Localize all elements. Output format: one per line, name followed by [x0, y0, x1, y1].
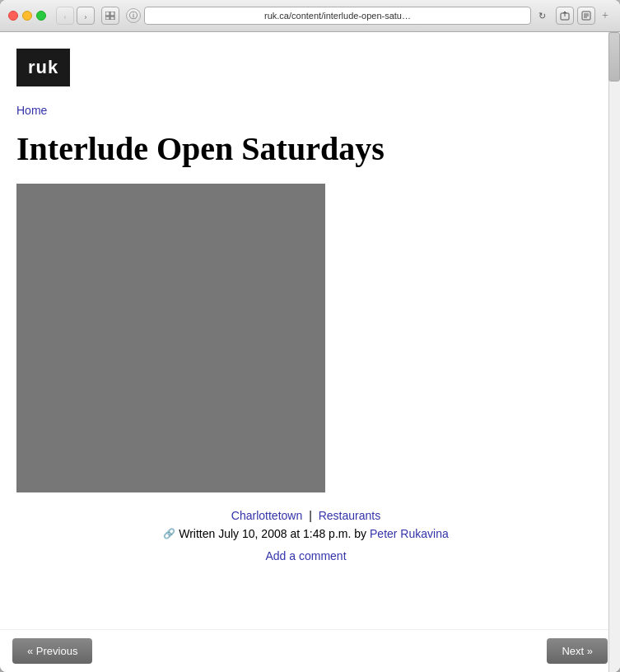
info-button[interactable]: ⓘ — [126, 8, 141, 23]
svg-rect-3 — [110, 16, 114, 20]
address-bar-container: ⓘ ruk.ca/content/interlude-open-satu… ↻ — [126, 7, 549, 25]
nav-buttons: ‹ › — [56, 7, 95, 25]
page-title: Interlude Open Saturdays — [16, 131, 595, 167]
add-comment-link[interactable]: Add a comment — [265, 549, 346, 562]
nav-footer: « Previous Next » — [0, 629, 620, 672]
new-tab-button[interactable]: + — [599, 7, 612, 25]
scrollbar-track[interactable] — [608, 32, 620, 672]
site-logo[interactable]: ruk — [16, 49, 595, 103]
toolbar-right: + — [556, 7, 612, 25]
share-button[interactable] — [556, 7, 574, 25]
post-image — [16, 184, 325, 492]
close-button[interactable] — [8, 11, 18, 21]
scrollbar-thumb[interactable] — [608, 32, 620, 82]
permalink-icon: 🔗 — [163, 528, 175, 539]
post-written: 🔗 Written July 10, 2008 at 1:48 p.m. by … — [16, 527, 595, 540]
page-content: ruk Home Interlude Open Saturdays Charlo… — [0, 32, 620, 672]
reload-button[interactable]: ↻ — [534, 8, 549, 23]
svg-rect-1 — [110, 12, 114, 16]
maximize-button[interactable] — [36, 11, 46, 21]
home-link[interactable]: Home — [16, 104, 47, 117]
reader-button[interactable] — [577, 7, 595, 25]
minimize-button[interactable] — [22, 11, 32, 21]
back-button[interactable]: ‹ — [56, 7, 74, 25]
main-area: ruk Home Interlude Open Saturdays Charlo… — [0, 32, 620, 629]
written-text: Written July 10, 2008 at 1:48 p.m. by — [179, 527, 366, 540]
browser-chrome: ‹ › ⓘ ruk.ca/content/interlude-open-satu… — [0, 0, 620, 32]
svg-rect-0 — [105, 12, 110, 16]
svg-rect-2 — [105, 16, 110, 20]
address-bar[interactable]: ruk.ca/content/interlude-open-satu… — [144, 7, 531, 25]
layout-button[interactable] — [101, 7, 119, 25]
breadcrumb: Home — [16, 103, 595, 118]
add-comment: Add a comment — [16, 548, 595, 563]
forward-button[interactable]: › — [77, 7, 95, 25]
next-button[interactable]: Next » — [547, 638, 608, 664]
category-charlottetown[interactable]: Charlottetown — [231, 509, 302, 522]
category-separator: | — [309, 509, 312, 522]
previous-button[interactable]: « Previous — [12, 638, 92, 664]
browser-window: ‹ › ⓘ ruk.ca/content/interlude-open-satu… — [0, 0, 620, 672]
category-restaurants[interactable]: Restaurants — [319, 509, 380, 522]
traffic-lights — [8, 11, 46, 21]
author-link[interactable]: Peter Rukavina — [370, 527, 449, 540]
post-categories: Charlottetown | Restaurants — [16, 509, 595, 522]
post-meta: Charlottetown | Restaurants 🔗 Written Ju… — [16, 509, 595, 540]
